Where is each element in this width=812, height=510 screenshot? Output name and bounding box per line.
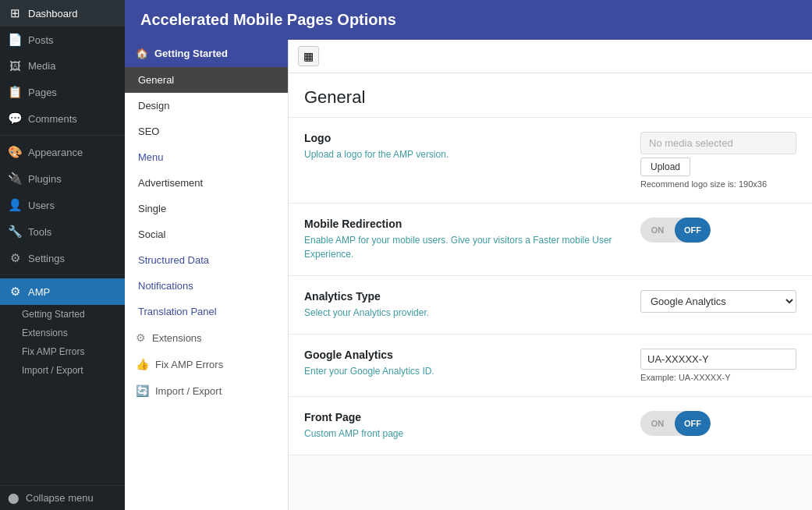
setting-info-google-analytics: Google Analytics Enter your Google Analy… — [304, 349, 625, 378]
setting-desc-front-page: Custom AMP front page — [304, 427, 625, 441]
setting-label-mobile-redirection: Mobile Redirection — [304, 218, 625, 230]
admin-sidebar: ⊞ Dashboard 📄 Posts 🖼 Media 📋 Pages 💬 Co… — [0, 0, 125, 510]
comments-icon: 💬 — [8, 112, 22, 126]
settings-section-title: General — [289, 73, 812, 117]
home-icon: 🏠 — [136, 48, 148, 59]
setting-label-google-analytics: Google Analytics — [304, 349, 625, 361]
plugin-menu-menu[interactable]: Menu — [125, 144, 288, 170]
setting-row-analytics-type: Analytics Type Select your Analytics pro… — [289, 275, 812, 334]
plugin-menu-social[interactable]: Social — [125, 221, 288, 247]
sidebar-item-dashboard[interactable]: ⊞ Dashboard — [0, 0, 125, 27]
settings-content: ▦ General Logo Upload a logo for the AMP… — [289, 40, 812, 510]
plugin-menu-extensions[interactable]: ⚙ Extensions — [125, 324, 288, 351]
sidebar-item-settings[interactable]: ⚙ Settings — [0, 245, 125, 271]
setting-control-analytics-type: Google Analytics — [640, 290, 796, 313]
dashboard-icon: ⊞ — [8, 6, 22, 20]
sidebar-item-pages[interactable]: 📋 Pages — [0, 79, 125, 105]
plugin-menu-import-export[interactable]: 🔄 Import / Export — [125, 377, 288, 404]
import-export-icon: 🔄 — [136, 384, 149, 397]
sidebar-item-tools[interactable]: 🔧 Tools — [0, 218, 125, 245]
example-text: Example: UA-XXXXX-Y — [640, 373, 731, 382]
plugin-menu-single[interactable]: Single — [125, 196, 288, 221]
sidebar-sub-extensions[interactable]: Extensions — [0, 324, 125, 342]
plugin-menu-general[interactable]: General — [125, 67, 288, 93]
sidebar-item-appearance[interactable]: 🎨 Appearance — [0, 139, 125, 165]
setting-row-google-analytics: Google Analytics Enter your Google Analy… — [289, 334, 812, 396]
media-input: No media selected — [640, 132, 796, 154]
plugin-menu-design[interactable]: Design — [125, 93, 288, 119]
toggle-front-page-on-label: ON — [640, 411, 675, 436]
setting-info-front-page: Front Page Custom AMP front page — [304, 411, 625, 441]
analytics-type-select[interactable]: Google Analytics — [640, 290, 796, 313]
fix-amp-icon: 👍 — [136, 358, 149, 370]
plugin-menu-seo[interactable]: SEO — [125, 119, 288, 144]
setting-label-front-page: Front Page — [304, 411, 625, 423]
setting-row-logo: Logo Upload a logo for the AMP version. … — [289, 117, 812, 203]
setting-control-front-page: ON OFF — [640, 411, 796, 436]
plugins-icon: 🔌 — [8, 172, 22, 186]
sidebar-item-posts[interactable]: 📄 Posts — [0, 27, 125, 53]
setting-label-analytics-type: Analytics Type — [304, 290, 625, 303]
plugin-menu-structured-data[interactable]: Structured Data — [125, 247, 288, 273]
toggle-front-page[interactable]: ON OFF — [640, 411, 711, 436]
toggle-front-page-off-label: OFF — [675, 411, 711, 436]
extensions-icon: ⚙ — [136, 331, 146, 344]
setting-control-mobile-redirection: ON OFF — [640, 218, 796, 243]
appearance-icon: 🎨 — [8, 145, 22, 159]
plugin-menu-fix-amp[interactable]: 👍 Fix AMP Errors — [125, 351, 288, 377]
toggle-mobile-redirection[interactable]: ON OFF — [640, 218, 711, 243]
setting-info-analytics-type: Analytics Type Select your Analytics pro… — [304, 290, 625, 320]
media-icon: 🖼 — [8, 59, 22, 73]
sidebar-item-users[interactable]: 👤 Users — [0, 192, 125, 218]
setting-desc-logo: Upload a logo for the AMP version. — [304, 147, 625, 161]
settings-toolbar: ▦ — [289, 40, 812, 73]
setting-control-logo: No media selected Upload Recommend logo … — [640, 132, 796, 189]
plugin-sidebar-header[interactable]: 🏠 Getting Started — [125, 40, 288, 67]
amp-icon: ⚙ — [8, 285, 22, 299]
sidebar-sub-fix-amp[interactable]: Fix AMP Errors — [0, 342, 125, 361]
setting-row-front-page: Front Page Custom AMP front page ON OFF — [289, 396, 812, 455]
sidebar-sub-import-export[interactable]: Import / Export — [0, 361, 125, 380]
tools-icon: 🔧 — [8, 225, 22, 239]
recommend-text: Recommend logo size is: 190x36 — [640, 179, 767, 189]
posts-icon: 📄 — [8, 33, 22, 47]
pages-icon: 📋 — [8, 85, 22, 99]
toggle-off-label: OFF — [675, 218, 711, 243]
plugin-menu-translation-panel[interactable]: Translation Panel — [125, 299, 288, 324]
toolbar-grid-btn[interactable]: ▦ — [298, 46, 319, 66]
sidebar-item-media[interactable]: 🖼 Media — [0, 53, 125, 79]
page-title: Accelerated Mobile Pages Options — [140, 11, 396, 28]
sidebar-sub-getting-started[interactable]: Getting Started — [0, 305, 125, 324]
content-wrapper: 🏠 Getting Started General Design SEO Men… — [125, 40, 812, 510]
upload-button[interactable]: Upload — [640, 158, 690, 176]
google-analytics-input[interactable] — [640, 349, 796, 370]
settings-icon: ⚙ — [8, 251, 22, 265]
sidebar-item-comments[interactable]: 💬 Comments — [0, 105, 125, 132]
setting-info-logo: Logo Upload a logo for the AMP version. — [304, 132, 625, 161]
setting-info-mobile-redirection: Mobile Redirection Enable AMP for your m… — [304, 218, 625, 261]
sidebar-item-plugins[interactable]: 🔌 Plugins — [0, 165, 125, 192]
toggle-on-label: ON — [640, 218, 675, 243]
setting-desc-google-analytics: Enter your Google Analytics ID. — [304, 364, 625, 378]
users-icon: 👤 — [8, 198, 22, 212]
sidebar-item-amp[interactable]: ⚙ AMP — [0, 278, 125, 305]
setting-row-mobile-redirection: Mobile Redirection Enable AMP for your m… — [289, 203, 812, 275]
plugin-sidebar: 🏠 Getting Started General Design SEO Men… — [125, 40, 289, 510]
main-area: Accelerated Mobile Pages Options 🏠 Getti… — [125, 0, 812, 510]
plugin-menu-advertisement[interactable]: Advertisement — [125, 170, 288, 196]
page-header: Accelerated Mobile Pages Options — [125, 0, 812, 40]
collapse-menu[interactable]: ⬤ Collapse menu — [0, 485, 125, 510]
plugin-menu-notifications[interactable]: Notifications — [125, 273, 288, 299]
divider2 — [0, 274, 125, 275]
setting-label-logo: Logo — [304, 132, 625, 144]
divider — [0, 135, 125, 136]
setting-desc-analytics-type: Select your Analytics provider. — [304, 306, 625, 320]
setting-desc-mobile-redirection: Enable AMP for your mobile users. Give y… — [304, 233, 625, 261]
setting-control-google-analytics: Example: UA-XXXXX-Y — [640, 349, 796, 382]
collapse-icon: ⬤ — [8, 492, 20, 504]
